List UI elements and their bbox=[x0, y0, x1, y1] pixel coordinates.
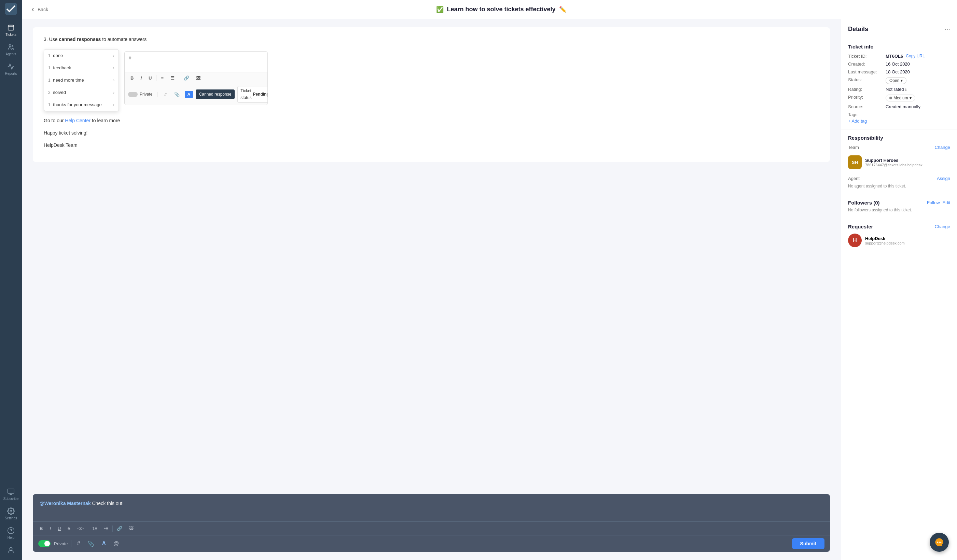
copy-url-link[interactable]: Copy URL bbox=[906, 54, 925, 58]
svg-point-3 bbox=[12, 46, 13, 47]
canned-tooltip-container: Canned response bbox=[196, 90, 235, 99]
sidebar-item-help[interactable]: Help bbox=[3, 524, 19, 543]
reply-private-toggle[interactable] bbox=[38, 540, 51, 547]
svg-rect-4 bbox=[8, 489, 14, 494]
responsibility-section: Responsibility Team Change SH Support He… bbox=[841, 129, 957, 194]
reply-mention-button[interactable]: @ bbox=[111, 540, 121, 547]
rating-row: Rating: Not rated ℹ bbox=[848, 87, 950, 92]
unordered-list-button[interactable]: ☰ bbox=[168, 74, 177, 82]
italic-button[interactable]: I bbox=[138, 74, 144, 82]
requester-name: HelpDesk bbox=[865, 236, 905, 241]
canned-hash-button[interactable]: # bbox=[162, 91, 169, 98]
ticket-content: 3. Use canned responses to automate answ… bbox=[22, 19, 841, 560]
priority-badge[interactable]: Medium ▾ bbox=[886, 95, 915, 101]
sidebar-item-settings[interactable]: Settings bbox=[3, 504, 19, 524]
ticket-body: 3. Use canned responses to automate answ… bbox=[22, 19, 841, 494]
status-chevron-icon: ▾ bbox=[901, 78, 903, 83]
reply-font-button[interactable]: A bbox=[100, 540, 108, 547]
toolbar-separator-1 bbox=[156, 75, 156, 81]
reply-unordered-list[interactable]: •≡ bbox=[101, 524, 111, 532]
canned-item-done[interactable]: 1 done › bbox=[44, 49, 118, 62]
ticket-status-select[interactable]: Ticket status Pending ▾ bbox=[237, 86, 268, 103]
requester-title: Requester bbox=[848, 224, 873, 229]
reply-attach-button[interactable]: 📎 bbox=[85, 540, 96, 548]
priority-row: Priority: Medium ▾ bbox=[848, 95, 950, 101]
canned-editor-content[interactable]: # bbox=[125, 52, 267, 72]
reply-italic[interactable]: I bbox=[47, 524, 54, 532]
followers-title: Followers (0) bbox=[848, 200, 880, 205]
team-info: Support Heroes 786176447@tickets.labs.he… bbox=[865, 158, 950, 167]
back-button[interactable]: Back bbox=[30, 7, 48, 12]
image-button[interactable]: 🖼 bbox=[194, 74, 203, 82]
status-badge[interactable]: Open ▾ bbox=[886, 77, 906, 84]
reply-link[interactable]: 🔗 bbox=[114, 524, 125, 532]
sidebar-item-reports[interactable]: Reports bbox=[0, 59, 22, 79]
no-agent-text: No agent assigned to this ticket. bbox=[848, 184, 950, 188]
details-more-button[interactable]: ··· bbox=[944, 25, 950, 33]
followers-section: Followers (0) Follow Edit No followers a… bbox=[841, 194, 957, 218]
canned-tooltip: Canned response bbox=[196, 90, 235, 99]
canned-item-solved[interactable]: 2 solved › bbox=[44, 87, 118, 99]
reply-ordered-list[interactable]: 1≡ bbox=[90, 524, 100, 532]
team-card: SH Support Heroes 786176447@tickets.labs… bbox=[848, 153, 950, 172]
bold-button[interactable]: B bbox=[128, 74, 136, 82]
add-tag-button[interactable]: + Add tag bbox=[848, 118, 867, 124]
ticket-id-value: MT6OL6 bbox=[886, 54, 903, 59]
svg-point-13 bbox=[940, 541, 942, 543]
requester-avatar: H bbox=[848, 233, 862, 247]
private-toggle[interactable]: Private bbox=[128, 91, 152, 98]
edit-title-icon[interactable]: ✏️ bbox=[559, 6, 567, 13]
link-button[interactable]: 🔗 bbox=[182, 74, 192, 82]
created-value: 16 Oct 2020 bbox=[886, 62, 910, 66]
agent-assign-button[interactable]: Assign bbox=[937, 176, 950, 181]
last-message-row: Last message: 18 Oct 2020 bbox=[848, 69, 950, 74]
svg-point-12 bbox=[938, 541, 940, 543]
reply-underline[interactable]: U bbox=[55, 524, 63, 532]
user-avatar-sidebar[interactable] bbox=[3, 543, 19, 557]
requester-header: Requester Change bbox=[848, 224, 950, 229]
underline-button[interactable]: U bbox=[146, 74, 154, 82]
sidebar-item-subscribe[interactable]: Subscribe bbox=[3, 484, 19, 504]
canned-color-button[interactable]: A bbox=[185, 91, 193, 98]
reply-bold[interactable]: B bbox=[37, 524, 46, 532]
reply-hash-button[interactable]: # bbox=[75, 540, 82, 547]
follow-button[interactable]: Follow bbox=[927, 200, 940, 205]
requester-card: H HelpDesk support@helpdesk.com bbox=[848, 233, 950, 247]
followers-actions: Follow Edit bbox=[927, 200, 950, 205]
canned-item-need-more-time[interactable]: 1 need more time › bbox=[44, 74, 118, 87]
reply-footer: Private # 📎 A @ Submit bbox=[33, 535, 830, 552]
canned-item-thanks[interactable]: 1 thanks for your message › bbox=[44, 99, 118, 111]
reply-toolbar-sep-1 bbox=[88, 525, 88, 532]
reply-strikethrough[interactable]: S̶ bbox=[65, 524, 73, 532]
floating-chat-badge[interactable] bbox=[930, 533, 949, 552]
ordered-list-button[interactable]: ≡ bbox=[158, 74, 166, 82]
tags-section: Tags: + Add tag bbox=[848, 112, 950, 124]
last-message-value: 18 Oct 2020 bbox=[886, 69, 910, 74]
ticket-id-row: Ticket ID: MT6OL6 Copy URL bbox=[848, 54, 950, 59]
reply-private-label: Private bbox=[54, 541, 68, 546]
helpdesk-team-text: HelpDesk Team bbox=[44, 141, 819, 150]
happy-ticket-text: Happy ticket solving! bbox=[44, 129, 819, 137]
reply-footer-sep-1 bbox=[71, 540, 71, 547]
details-title: Details bbox=[848, 25, 868, 33]
help-center-link[interactable]: Help Center bbox=[65, 118, 90, 123]
ticket-info-title: Ticket info bbox=[848, 44, 950, 49]
reply-image[interactable]: 🖼 bbox=[126, 524, 136, 532]
canned-editor-footer: Private | # 📎 A Canned response bbox=[125, 84, 267, 105]
sidebar-item-tickets[interactable]: Tickets bbox=[0, 21, 22, 40]
canned-attach-button[interactable]: 📎 bbox=[172, 91, 182, 98]
requester-change-button[interactable]: Change bbox=[935, 224, 950, 229]
canned-item-feedback[interactable]: 1 feedback › bbox=[44, 62, 118, 74]
canned-editor-area: # B I U ≡ ☰ bbox=[124, 49, 819, 105]
priority-dot bbox=[889, 97, 892, 99]
toggle-circle[interactable] bbox=[128, 92, 137, 97]
svg-rect-0 bbox=[8, 25, 14, 30]
svg-point-10 bbox=[9, 548, 12, 550]
reply-code[interactable]: </> bbox=[74, 524, 87, 532]
edit-followers-button[interactable]: Edit bbox=[943, 200, 950, 205]
no-followers-text: No followers assigned to this ticket. bbox=[848, 208, 950, 212]
team-change-button[interactable]: Change bbox=[935, 145, 950, 150]
submit-reply-button[interactable]: Submit bbox=[792, 538, 824, 549]
reply-content[interactable]: @Weronika Masternak Check this out! bbox=[33, 494, 830, 521]
sidebar-item-agents[interactable]: Agents bbox=[0, 40, 22, 59]
